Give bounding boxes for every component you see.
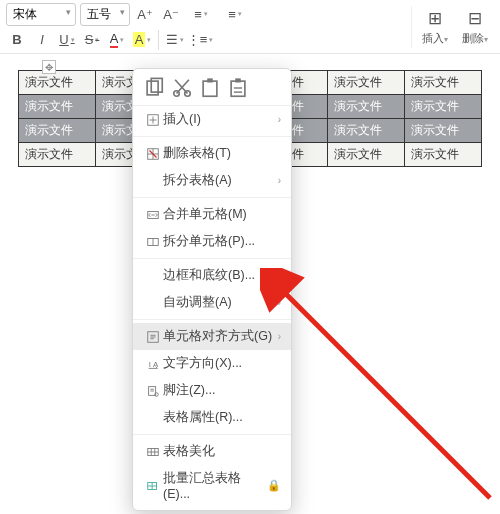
annotation-arrow: [260, 268, 500, 508]
ctx-table-properties[interactable]: 表格属性(R)...: [133, 404, 291, 431]
copy-icon: [143, 77, 165, 99]
copy-button[interactable]: [143, 77, 165, 99]
ctx-footnote[interactable]: 脚注(Z)...: [133, 377, 291, 404]
svg-text:I: I: [149, 359, 151, 368]
insert-label: 插入: [422, 32, 444, 44]
ctx-label: 拆分单元格(P)...: [163, 233, 281, 250]
ctx-label: 删除表格(T): [163, 145, 281, 162]
strikethrough-button[interactable]: S: [81, 29, 103, 51]
paste-icon: [199, 77, 221, 99]
context-separator: [133, 197, 291, 198]
formatting-toolbar: 宋体 五号 A⁺ A⁻ ≡ ≡ B I U S A A ☰ ⋮≡ ⊞ 插入▾ ⊟…: [0, 0, 500, 54]
table-cell[interactable]: 演示文件: [327, 95, 404, 119]
svg-line-40: [280, 288, 490, 498]
toolbar-right-group: ⊞ 插入▾ ⊟ 删除▾: [411, 6, 494, 48]
table-cell[interactable]: 演示文件: [404, 71, 481, 95]
ctx-label: 批量汇总表格(E)...: [163, 470, 263, 501]
font-family-select[interactable]: 宋体: [6, 3, 76, 26]
toolbar-row-2: B I U S A A ☰ ⋮≡: [6, 29, 407, 51]
toolbar-left-group: 宋体 五号 A⁺ A⁻ ≡ ≡ B I U S A A ☰ ⋮≡: [6, 3, 407, 51]
ctx-label: 文字方向(X)...: [163, 355, 281, 372]
table-cell[interactable]: 演示文件: [404, 95, 481, 119]
cell-align-icon: [143, 330, 163, 344]
ctx-borders-shading[interactable]: 边框和底纹(B)...: [133, 262, 291, 289]
table-cell[interactable]: 演示文件: [404, 143, 481, 167]
ctx-label: 自动调整(A): [163, 294, 278, 311]
svg-rect-6: [203, 81, 217, 96]
ctx-label: 合并单元格(M): [163, 206, 281, 223]
table-delete-button[interactable]: ⊟ 删除▾: [456, 6, 494, 48]
table-cell[interactable]: 演示文件: [327, 71, 404, 95]
ctx-batch-summary[interactable]: 批量汇总表格(E)... 🔒: [133, 465, 291, 506]
number-list-button[interactable]: ⋮≡: [189, 29, 211, 51]
table-delete-icon: ⊟: [468, 8, 482, 29]
align-dropdown-button[interactable]: ≡: [220, 3, 250, 25]
context-separator: [133, 136, 291, 137]
ctx-cell-alignment[interactable]: 单元格对齐方式(G) ›: [133, 323, 291, 350]
chevron-right-icon: ›: [278, 114, 281, 125]
text-direction-icon: IA: [143, 357, 163, 371]
ctx-table-beautify[interactable]: 表格美化: [133, 438, 291, 465]
chevron-right-icon: ›: [278, 331, 281, 342]
paste-special-button[interactable]: [227, 77, 249, 99]
table-insert-icon: ⊞: [428, 8, 442, 29]
insert-icon: [143, 113, 163, 127]
cut-icon: [171, 77, 193, 99]
italic-button[interactable]: I: [31, 29, 53, 51]
context-separator: [133, 434, 291, 435]
ctx-label: 插入(I): [163, 111, 278, 128]
ctx-merge-cells[interactable]: 合并单元格(M): [133, 201, 291, 228]
ctx-label: 单元格对齐方式(G): [163, 328, 278, 345]
premium-lock-icon: 🔒: [267, 479, 281, 492]
table-cell[interactable]: 演示文件: [19, 71, 96, 95]
ctx-autofit[interactable]: 自动调整(A) ›: [133, 289, 291, 316]
table-cell[interactable]: 演示文件: [19, 95, 96, 119]
table-cell[interactable]: 演示文件: [327, 119, 404, 143]
footnote-icon: [143, 384, 163, 398]
toolbar-row-1: 宋体 五号 A⁺ A⁻ ≡ ≡: [6, 3, 407, 26]
underline-button[interactable]: U: [56, 29, 78, 51]
context-quick-actions: [133, 73, 291, 106]
table-cell[interactable]: 演示文件: [404, 119, 481, 143]
font-decrease-button[interactable]: A⁻: [160, 3, 182, 25]
table-context-menu: 插入(I) › 删除表格(T) 拆分表格(A) › 合并单元格(M) 拆分单元格…: [132, 68, 292, 511]
beautify-icon: [143, 445, 163, 459]
ctx-label: 表格属性(R)...: [163, 409, 281, 426]
cut-button[interactable]: [171, 77, 193, 99]
context-separator: [133, 319, 291, 320]
line-spacing-button[interactable]: ≡: [186, 3, 216, 25]
batch-summary-icon: [143, 479, 163, 493]
bold-button[interactable]: B: [6, 29, 28, 51]
ctx-label: 拆分表格(A): [163, 172, 278, 189]
ctx-label: 表格美化: [163, 443, 281, 460]
bullet-list-button[interactable]: ☰: [164, 29, 186, 51]
table-cell[interactable]: 演示文件: [19, 143, 96, 167]
font-size-select[interactable]: 五号: [80, 3, 130, 26]
svg-rect-9: [235, 78, 241, 82]
chevron-right-icon: ›: [278, 175, 281, 186]
paste-special-icon: [227, 77, 249, 99]
delete-label: 删除: [462, 32, 484, 44]
table-insert-button[interactable]: ⊞ 插入▾: [416, 6, 454, 48]
toolbar-divider: [158, 30, 159, 50]
table-move-handle[interactable]: ✥: [42, 60, 56, 74]
split-cells-icon: [143, 235, 163, 249]
table-cell[interactable]: 演示文件: [327, 143, 404, 167]
font-increase-button[interactable]: A⁺: [134, 3, 156, 25]
chevron-right-icon: ›: [278, 297, 281, 308]
ctx-insert[interactable]: 插入(I) ›: [133, 106, 291, 133]
table-cell[interactable]: 演示文件: [19, 119, 96, 143]
ctx-delete-table[interactable]: 删除表格(T): [133, 140, 291, 167]
font-color-button[interactable]: A: [106, 29, 128, 51]
ctx-split-cells[interactable]: 拆分单元格(P)...: [133, 228, 291, 255]
paste-button[interactable]: [199, 77, 221, 99]
svg-rect-7: [207, 78, 213, 82]
ctx-label: 脚注(Z)...: [163, 382, 281, 399]
highlight-color-button[interactable]: A: [131, 29, 153, 51]
context-separator: [133, 258, 291, 259]
ctx-split-table[interactable]: 拆分表格(A) ›: [133, 167, 291, 194]
delete-table-icon: [143, 147, 163, 161]
ctx-label: 边框和底纹(B)...: [163, 267, 281, 284]
merge-cells-icon: [143, 208, 163, 222]
ctx-text-direction[interactable]: IA 文字方向(X)...: [133, 350, 291, 377]
